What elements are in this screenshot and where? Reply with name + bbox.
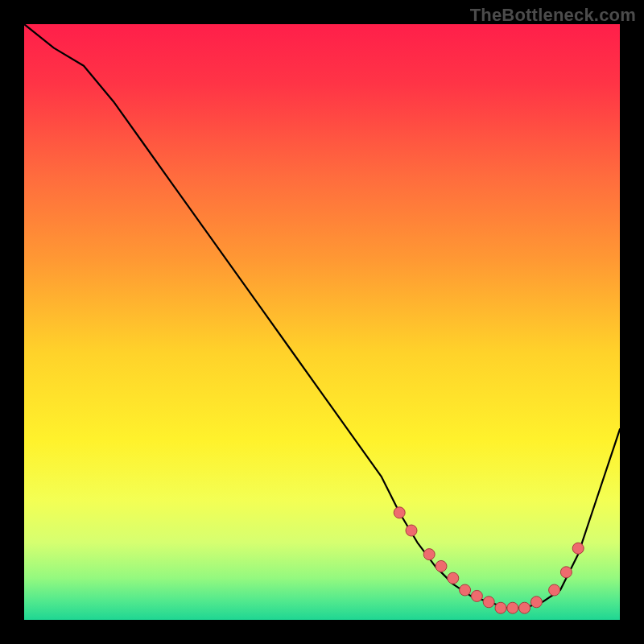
marker-dot — [495, 602, 506, 613]
marker-dot — [507, 602, 518, 613]
plot-area — [24, 24, 620, 620]
marker-dot — [519, 602, 530, 613]
marker-dot — [460, 584, 471, 596]
chart-stage: TheBottleneck.com — [0, 0, 644, 644]
watermark-text: TheBottleneck.com — [470, 5, 636, 26]
marker-dot — [560, 567, 572, 578]
marker-dot — [530, 597, 542, 608]
marker-dot — [549, 584, 560, 596]
marker-dot — [448, 572, 459, 584]
marker-dot — [436, 560, 447, 572]
heat-background — [24, 24, 620, 620]
plot-svg — [24, 24, 620, 620]
marker-dot — [423, 549, 435, 560]
marker-dot — [572, 543, 584, 554]
marker-dot — [394, 507, 405, 518]
marker-dot — [406, 525, 417, 536]
marker-dot — [483, 597, 494, 608]
marker-dot — [471, 590, 482, 601]
